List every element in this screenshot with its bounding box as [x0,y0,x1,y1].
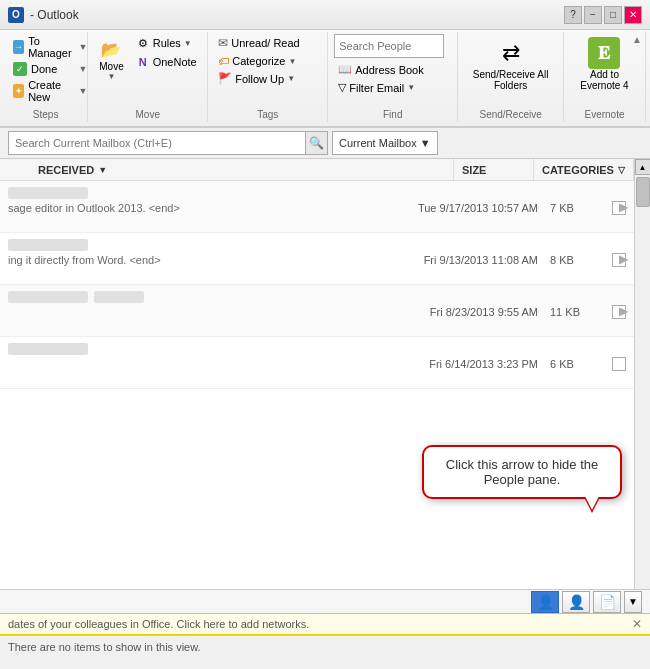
to-manager-dropdown-arrow[interactable]: ▼ [78,42,87,52]
notification-text: dates of your colleagues in Office. Clic… [8,618,309,630]
restore-button[interactable]: □ [604,6,622,24]
send-recv-content: ⇄ Send/Receive All Folders [464,34,557,120]
email-row[interactable]: Fri 6/14/2013 3:23 PM 6 KB [0,337,634,389]
mailbox-search-box[interactable]: 🔍 [8,131,328,155]
search-people-input[interactable] [335,40,425,52]
tooltip-bubble: Click this arrow to hide the People pane… [422,445,622,499]
chevron-down-icon: ▼ [628,596,638,607]
find-group-label: Find [328,109,457,120]
email-expand-arrow[interactable]: ▶ [619,200,628,214]
notification-bar: dates of your colleagues in Office. Clic… [0,613,650,635]
received-sort-arrow: ▼ [98,165,107,175]
people-pane-person1-button[interactable]: 👤 [531,591,559,613]
mailbox-search-input[interactable] [9,137,305,149]
send-receive-button[interactable]: ⇄ Send/Receive All Folders [464,34,557,94]
unread-icon: ✉ [218,36,228,50]
ribbon-group-steps: → To Manager ▼ ✓ Done ▼ ✦ Create New ▼ [4,32,88,122]
move-content: 📂 Move ▼ ⚙ Rules ▼ N OneNote [94,34,201,120]
person2-icon: 👤 [568,594,585,610]
email-meta: Fri 8/23/2013 9:55 AM 11 KB [430,305,626,319]
main-area: RECEIVED ▼ SIZE CATEGORIES ▽ sage editor… [0,159,650,589]
notification-close-button[interactable]: ✕ [632,617,642,631]
email-list: RECEIVED ▼ SIZE CATEGORIES ▽ sage editor… [0,159,634,589]
followup-button[interactable]: 🚩 Follow Up ▼ [214,70,304,87]
email-size: 8 KB [550,254,600,266]
email-date: Fri 9/13/2013 11:08 AM [424,254,538,266]
ribbon-collapse-button[interactable]: ▲ [632,34,642,45]
people-pane-doc-button[interactable]: 📄 [593,591,621,613]
mailbox-search-button[interactable]: 🔍 [305,132,327,154]
steps-item-create-new[interactable]: ✦ Create New ▼ [10,78,90,104]
tags-content: ✉ Unread/ Read 🏷 Categorize ▼ 🚩 Follow U… [214,34,321,120]
close-button[interactable]: ✕ [624,6,642,24]
ribbon-group-move: 📂 Move ▼ ⚙ Rules ▼ N OneNote Move [88,32,208,122]
evernote-group-label: Evernote [564,109,645,120]
email-rows: sage editor in Outlook 2013. <end> Tue 9… [0,181,634,589]
send-recv-group-label: Send/Receive [458,109,563,120]
email-row-sender-bar [8,239,626,251]
col-header-received[interactable]: RECEIVED ▼ [30,159,454,180]
email-expand-arrow[interactable]: ▶ [619,252,628,266]
scroll-thumb[interactable] [636,177,650,207]
title-bar-left: O - Outlook [8,7,79,23]
email-size: 11 KB [550,306,600,318]
email-row-sender-bar [8,187,626,199]
search-people-box[interactable] [334,34,444,58]
scrollbar[interactable]: ▲ [634,159,650,589]
email-row-top: Fri 8/23/2013 9:55 AM 11 KB [8,305,626,319]
evernote-icon: 𝐄 [588,37,620,69]
email-meta: Fri 9/13/2013 11:08 AM 8 KB [424,253,626,267]
email-row[interactable]: Fri 8/23/2013 9:55 AM 11 KB ▶ [0,285,634,337]
categorize-button[interactable]: 🏷 Categorize ▼ [214,53,304,69]
steps-list: → To Manager ▼ ✓ Done ▼ ✦ Create New ▼ [10,34,90,104]
done-icon: ✓ [13,62,27,76]
email-expand-arrow[interactable]: ▶ [619,304,628,318]
email-sender-placeholder [8,187,88,199]
email-sender-placeholder [8,239,88,251]
email-row-top: Fri 6/14/2013 3:23 PM 6 KB [8,357,626,371]
email-date: Tue 9/17/2013 10:57 AM [418,202,538,214]
window-title: - Outlook [30,8,79,22]
ribbon-groups: → To Manager ▼ ✓ Done ▼ ✦ Create New ▼ [4,32,646,122]
title-buttons: ? − □ ✕ [564,6,642,24]
help-button[interactable]: ? [564,6,582,24]
email-preview: sage editor in Outlook 2013. <end> [8,202,180,214]
done-dropdown-arrow[interactable]: ▼ [78,64,87,74]
people-pane-collapse-button[interactable]: ▼ [624,591,642,613]
current-mailbox-button[interactable]: Current Mailbox ▼ [332,131,438,155]
ribbon-group-tags: ✉ Unread/ Read 🏷 Categorize ▼ 🚩 Follow U… [208,32,328,122]
email-size: 6 KB [550,358,600,370]
minimize-button[interactable]: − [584,6,602,24]
email-row[interactable]: sage editor in Outlook 2013. <end> Tue 9… [0,181,634,233]
email-list-header: RECEIVED ▼ SIZE CATEGORIES ▽ [0,159,634,181]
status-bar: There are no items to show in this view. [0,635,650,657]
filter-email-button[interactable]: ▽ Filter Email ▼ [334,79,427,96]
address-book-button[interactable]: 📖 Address Book [334,61,427,78]
steps-item-to-manager[interactable]: → To Manager ▼ [10,34,90,60]
email-row[interactable]: ing it directly from Word. <end> Fri 9/1… [0,233,634,285]
email-checkbox[interactable] [612,357,626,371]
address-book-icon: 📖 [338,63,352,76]
move-dropdown-arrow: ▼ [108,72,116,81]
onenote-icon: N [136,55,150,69]
move-button[interactable]: 📂 Move ▼ [94,34,128,84]
email-meta: Tue 9/17/2013 10:57 AM 7 KB [418,201,626,215]
col-header-size[interactable]: SIZE [454,159,534,180]
to-manager-icon: → [13,40,24,54]
email-sender-placeholder [8,291,88,303]
people-pane-person2-button[interactable]: 👤 [562,591,590,613]
evernote-button[interactable]: 𝐄 Add to Evernote 4 [570,34,639,94]
col-header-categories[interactable]: CATEGORIES ▽ [534,159,634,180]
unread-button[interactable]: ✉ Unread/ Read [214,34,304,52]
scroll-up-button[interactable]: ▲ [635,159,651,175]
rules-button[interactable]: ⚙ Rules ▼ [132,34,201,52]
outlook-icon: O [8,7,24,23]
onenote-button[interactable]: N OneNote [132,53,201,71]
find-small-buttons: 📖 Address Book ▽ Filter Email ▼ [334,61,427,96]
create-new-dropdown-arrow[interactable]: ▼ [78,86,87,96]
email-row-top: ing it directly from Word. <end> Fri 9/1… [8,253,626,267]
steps-item-done[interactable]: ✓ Done ▼ [10,61,90,77]
followup-icon: 🚩 [218,72,232,85]
ribbon-group-evernote: 𝐄 Add to Evernote 4 Evernote [564,32,646,122]
steps-content: → To Manager ▼ ✓ Done ▼ ✦ Create New ▼ [10,34,81,120]
